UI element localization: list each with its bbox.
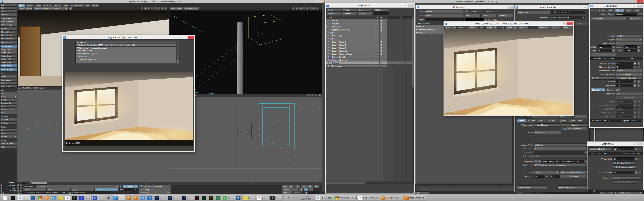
- expand-icon[interactable]: ►: [416, 32, 418, 33]
- lock-cell[interactable]: [383, 28, 387, 31]
- viewport-nav-icon[interactable]: ▦: [161, 7, 164, 10]
- active-check[interactable]: [376, 28, 379, 31]
- taskbar-item[interactable]: Ps A...: [154, 195, 167, 201]
- close-icon[interactable]: ×: [566, 22, 572, 25]
- start-button[interactable]: [1, 195, 10, 201]
- min-samples-input[interactable]: 1: [616, 62, 633, 65]
- lock-cell[interactable]: [383, 58, 387, 61]
- scene-item-row[interactable]: ⊕ ◣ Sun ● ‒: [326, 37, 412, 40]
- keys-timeline-cell[interactable]: ‒: [387, 55, 412, 58]
- viewport-nav-icon[interactable]: ≡: [140, 7, 144, 10]
- timeline-handle[interactable]: 0: [30, 182, 47, 185]
- pitch-compensation-toggle[interactable]: Pitch Compensation?: [613, 166, 638, 169]
- collapse-button[interactable]: ◀: [465, 10, 468, 13]
- menu-tab[interactable]: FX Tools: [42, 4, 53, 7]
- hsv-mode-button[interactable]: HSV Mode: [560, 175, 588, 178]
- stepper-icon[interactable]: ◀▶: [634, 100, 636, 103]
- taskbar-item[interactable]: ▤ [...: [92, 195, 105, 201]
- sidebar-item[interactable]: Replace▼: [0, 121, 17, 124]
- item-type-button[interactable]: Bones+B: [46, 188, 70, 191]
- scene-item-row[interactable]: ⊕ ■ Panorama ✓ ‒: [326, 64, 412, 67]
- render-globals-tab[interactable]: Rend...: [598, 8, 606, 11]
- expand-plus-icon[interactable]: ⊕: [328, 53, 330, 55]
- stepper-icon[interactable]: ◀▶: [634, 62, 636, 65]
- autokey-toggle[interactable]: ✓Auto Key: All Channels▼: [139, 185, 171, 188]
- sidebar-item[interactable]: Studio LIVE: [0, 58, 17, 60]
- stepper-icon[interactable]: ◀▶: [634, 107, 636, 110]
- stepper-icon[interactable]: ◀▶: [637, 45, 640, 48]
- shutter-efficiency-input[interactable]: 100.0 %: [616, 111, 633, 114]
- visibility-cell[interactable]: ▦: [379, 28, 383, 31]
- maximize-icon[interactable]: □: [632, 0, 637, 3]
- play-button[interactable]: ▶: [309, 188, 313, 191]
- maximize-icon[interactable]: □: [310, 0, 315, 3]
- undo-button[interactable]: Undo^Z: [282, 191, 292, 194]
- motion-tab[interactable]: DOF: [614, 88, 621, 91]
- sidebar-item[interactable]: FPrime Render: [0, 34, 17, 36]
- visibility-cell[interactable]: ▦: [379, 49, 383, 52]
- oversample-input[interactable]: 0.0: [616, 84, 633, 87]
- zoom-dropdown[interactable]: 100%▼: [518, 26, 528, 29]
- sidebar-item[interactable]: Lights▼: [0, 95, 17, 98]
- layer-dropdown[interactable]: Layer▼: [551, 26, 561, 29]
- sidebar-item[interactable]: Clear▼: [0, 145, 17, 148]
- item-lock-toggle[interactable]: □: [120, 185, 122, 188]
- camera-view-dropdown[interactable]: Camera View▼: [18, 7, 32, 10]
- output-path[interactable]: Work ---\Polgar Istvan - Lakas\lw\Render…: [542, 160, 584, 163]
- close-icon[interactable]: ×: [636, 5, 643, 7]
- render-sequence-button[interactable]: Render Sequence: [558, 186, 588, 190]
- active-check[interactable]: ✓: [376, 52, 379, 55]
- taskbar-item[interactable]: Ai: [208, 195, 214, 201]
- taskbar-item[interactable]: Ps U...: [181, 195, 194, 201]
- expand-plus-icon[interactable]: ⊕: [328, 23, 330, 25]
- pan-icon[interactable]: +: [307, 94, 310, 97]
- taskbar-item[interactable]: Kraytracing.com •...: [334, 195, 357, 201]
- minimize-icon[interactable]: –: [398, 4, 403, 7]
- lock-cell[interactable]: [383, 25, 387, 28]
- taskbar-item[interactable]: µ µ...: [222, 195, 235, 201]
- focal-length-dropdown[interactable]: Lens Focal Length▼: [588, 147, 612, 150]
- minimize-icon[interactable]: –: [578, 6, 582, 9]
- horizontal-scrollbar[interactable]: [326, 182, 414, 184]
- scrollbar-thumb[interactable]: [412, 16, 414, 87]
- maximize-icon[interactable]: □: [632, 143, 636, 145]
- active-check[interactable]: ✓: [376, 58, 379, 61]
- sidebar-item[interactable]: Save All Objs: [0, 23, 17, 26]
- rolling-shutter-input[interactable]: 0.0 %: [616, 115, 633, 118]
- scene-editor-titlebar[interactable]: ☯ Scene Editor –□×: [326, 4, 414, 7]
- show-focal-plane-button[interactable]: Show Focal Plane: [613, 181, 638, 184]
- minimize-icon[interactable]: –: [499, 6, 503, 8]
- lock-cell[interactable]: [383, 34, 387, 37]
- taskbar-item[interactable]: [44, 195, 50, 201]
- render-globals-tab[interactable]: Output: [632, 8, 640, 11]
- visibility-cell[interactable]: ▦: [379, 25, 383, 28]
- close-icon[interactable]: ×: [188, 36, 194, 39]
- close-icon[interactable]: ×: [315, 0, 321, 3]
- minimize-icon[interactable]: –: [178, 36, 183, 39]
- envelope-button[interactable]: E: [20, 184, 22, 187]
- expand-plus-icon[interactable]: ⊕: [328, 32, 330, 34]
- render-globals-tab[interactable]: Gen...: [590, 8, 598, 11]
- sidebar-item[interactable]: Array: [0, 111, 17, 114]
- width-input[interactable]: 750: [598, 45, 612, 48]
- expand-plus-icon[interactable]: ⊕: [328, 41, 330, 43]
- diffuse-model-dropdown[interactable]: Photon Mapping▼: [534, 123, 561, 126]
- viewport-nav-icon[interactable]: ↻: [154, 7, 157, 10]
- render-globals-tab[interactable]: Lights: [625, 8, 632, 11]
- sidebar-item[interactable]: Null^N: [0, 92, 17, 95]
- step-value[interactable]: 1: [309, 191, 319, 194]
- mode-button[interactable]: S: [614, 192, 617, 194]
- item-type-button[interactable]: Cameras+C: [94, 188, 118, 191]
- scene-item-row[interactable]: ▼ ⊕ ✦ Plafonspot ▦ ‒: [326, 25, 412, 28]
- expand-plus-icon[interactable]: ⊕: [328, 56, 330, 58]
- layout-titlebar[interactable]: ☯ Layout™ NewTek LightWave™ 11.6 (Win64)…: [0, 0, 322, 3]
- minimize-icon[interactable]: –: [627, 143, 632, 145]
- tray-icon[interactable]: ▲: [290, 197, 293, 199]
- stepper-icon[interactable]: ◀▶: [17, 190, 20, 192]
- viewport-type-dropdown[interactable]: Top (XZ)▼: [22, 87, 32, 89]
- active-check[interactable]: ✓: [376, 40, 379, 43]
- stepper-icon[interactable]: ◀▶: [635, 147, 638, 150]
- maximize-icon[interactable]: □: [504, 6, 508, 8]
- active-check[interactable]: ✓: [376, 49, 379, 52]
- mb-passes-input[interactable]: 1: [616, 104, 633, 107]
